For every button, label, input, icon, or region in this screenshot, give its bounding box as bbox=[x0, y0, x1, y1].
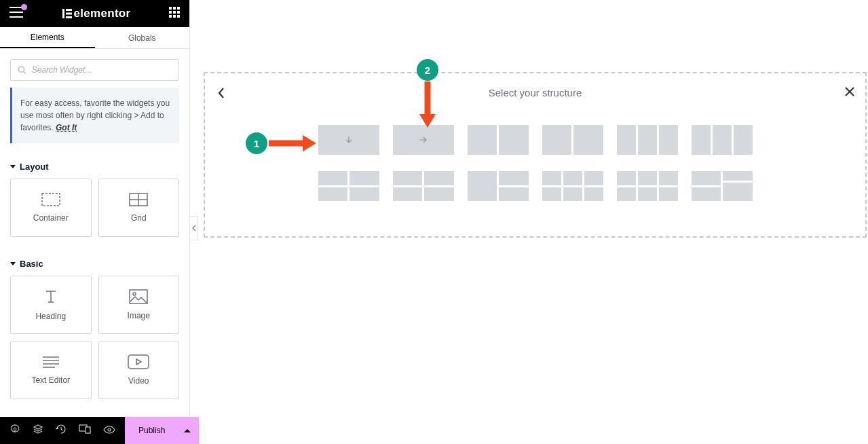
apps-button[interactable] bbox=[169, 7, 180, 20]
section-basic: Basic Heading Image Text Editor Video bbox=[0, 251, 189, 399]
svg-rect-4 bbox=[169, 7, 172, 10]
svg-rect-7 bbox=[169, 11, 172, 14]
image-icon bbox=[129, 289, 148, 304]
svg-point-28 bbox=[108, 428, 111, 431]
tab-globals[interactable]: Globals bbox=[95, 27, 190, 48]
svg-point-13 bbox=[18, 67, 24, 72]
elementor-logo: elementor bbox=[62, 7, 131, 20]
bottombar: Publish bbox=[0, 417, 190, 444]
tip-text: For easy access, favorite the widgets yo… bbox=[20, 98, 170, 132]
collapse-sidebar-button[interactable] bbox=[190, 216, 198, 240]
section-header-layout[interactable]: Layout bbox=[10, 153, 179, 179]
heading-icon bbox=[41, 289, 60, 305]
elementor-logo-icon bbox=[62, 8, 73, 19]
svg-rect-11 bbox=[173, 15, 176, 18]
structure-option-3x2[interactable] bbox=[542, 171, 603, 201]
structure-option-1col-right[interactable] bbox=[393, 125, 454, 155]
structure-picker: Select your structure bbox=[204, 72, 867, 238]
annotation-arrow-right-icon bbox=[269, 134, 318, 152]
svg-rect-1 bbox=[66, 9, 72, 11]
menu-button[interactable] bbox=[10, 7, 23, 20]
svg-rect-2 bbox=[66, 13, 72, 15]
got-it-link[interactable]: Got It bbox=[56, 123, 77, 132]
widget-text-editor[interactable]: Text Editor bbox=[10, 341, 92, 399]
widget-label: Video bbox=[128, 376, 149, 386]
annotation-arrow-down-icon bbox=[419, 81, 436, 129]
svg-rect-5 bbox=[173, 7, 176, 10]
structure-option-3col[interactable] bbox=[617, 125, 678, 155]
arrow-right-icon bbox=[419, 135, 428, 145]
notification-dot-icon bbox=[21, 4, 27, 10]
structure-option-2x2-b[interactable] bbox=[393, 171, 454, 201]
caret-down-icon bbox=[10, 262, 16, 265]
svg-line-14 bbox=[24, 71, 26, 73]
widget-label: Heading bbox=[35, 312, 66, 321]
svg-rect-3 bbox=[66, 16, 72, 18]
structure-option-mixed[interactable] bbox=[692, 171, 753, 201]
caret-down-icon bbox=[10, 165, 16, 168]
structure-option-3col-b[interactable] bbox=[692, 125, 753, 155]
grid-icon bbox=[129, 193, 148, 206]
section-title-layout: Layout bbox=[20, 162, 49, 172]
search-box[interactable] bbox=[10, 59, 179, 81]
annotation-badge-1: 1 bbox=[246, 132, 267, 154]
widget-video[interactable]: Video bbox=[98, 341, 180, 399]
arrow-down-icon bbox=[344, 135, 354, 145]
search-wrap bbox=[0, 49, 189, 88]
history-button[interactable] bbox=[56, 424, 67, 437]
sidebar-tabs: Elements Globals bbox=[0, 27, 189, 49]
svg-rect-6 bbox=[177, 7, 180, 10]
container-icon bbox=[41, 193, 60, 206]
publish-button[interactable]: Publish bbox=[125, 417, 199, 444]
publish-label: Publish bbox=[138, 426, 165, 435]
widget-label: Grid bbox=[131, 213, 147, 223]
svg-rect-27 bbox=[86, 427, 90, 433]
logo-text: elementor bbox=[74, 7, 131, 20]
section-title-basic: Basic bbox=[20, 259, 43, 269]
back-button[interactable] bbox=[217, 87, 225, 102]
annotation-badge-2: 2 bbox=[417, 59, 438, 81]
search-input[interactable] bbox=[32, 65, 172, 75]
svg-rect-8 bbox=[173, 11, 176, 14]
preview-button[interactable] bbox=[103, 424, 115, 437]
widget-grid[interactable]: Grid bbox=[98, 179, 180, 237]
structure-title: Select your structure bbox=[489, 87, 582, 98]
chevron-up-icon bbox=[184, 429, 191, 432]
widget-container[interactable]: Container bbox=[10, 179, 92, 237]
svg-rect-15 bbox=[42, 193, 60, 206]
svg-rect-25 bbox=[128, 355, 149, 369]
search-icon bbox=[18, 65, 26, 75]
svg-rect-0 bbox=[62, 9, 64, 18]
section-layout: Layout Container Grid bbox=[0, 153, 189, 237]
structure-option-2col[interactable] bbox=[468, 125, 529, 155]
structure-header: Select your structure bbox=[205, 73, 865, 111]
svg-rect-12 bbox=[177, 15, 180, 18]
responsive-button[interactable] bbox=[79, 424, 91, 437]
close-button[interactable] bbox=[844, 86, 856, 100]
navigator-button[interactable] bbox=[33, 424, 43, 437]
widget-label: Container bbox=[33, 213, 69, 223]
sidebar: elementor Elements Globals For easy acce… bbox=[0, 0, 190, 417]
video-icon bbox=[128, 354, 149, 369]
structure-option-1-2split[interactable] bbox=[468, 171, 529, 201]
structure-option-2col-b[interactable] bbox=[542, 125, 603, 155]
svg-rect-9 bbox=[177, 11, 180, 14]
svg-point-20 bbox=[133, 293, 136, 295]
widget-heading[interactable]: Heading bbox=[10, 276, 92, 334]
svg-rect-10 bbox=[169, 15, 172, 18]
widget-label: Text Editor bbox=[31, 375, 70, 385]
sidebar-header: elementor bbox=[0, 0, 189, 27]
section-header-basic[interactable]: Basic bbox=[10, 251, 179, 276]
tab-elements[interactable]: Elements bbox=[0, 27, 95, 48]
widget-image[interactable]: Image bbox=[98, 276, 180, 334]
structure-option-1col-down[interactable] bbox=[318, 125, 379, 155]
widget-label: Image bbox=[128, 311, 150, 320]
tip-card: For easy access, favorite the widgets yo… bbox=[10, 88, 179, 143]
text-editor-icon bbox=[41, 355, 60, 369]
structure-option-2x2[interactable] bbox=[318, 171, 379, 201]
settings-button[interactable] bbox=[10, 424, 20, 437]
structure-option-3x2-b[interactable] bbox=[617, 171, 678, 201]
